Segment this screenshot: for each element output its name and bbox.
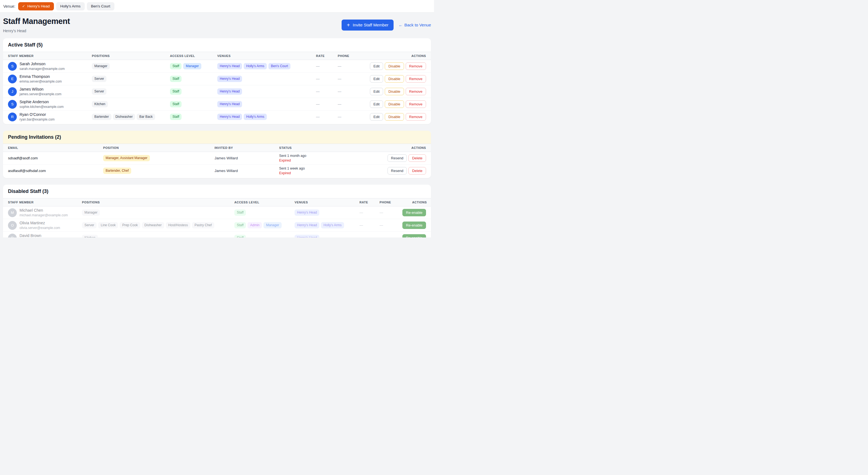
rate-value: —: [316, 115, 338, 119]
edit-button[interactable]: Edit: [370, 62, 383, 70]
position-chip: Server: [92, 76, 106, 82]
staff-member-text: David Browndavid.kitchen@example.com: [20, 233, 62, 237]
phone-value: —: [338, 102, 360, 106]
checkmark-icon: ✓: [22, 4, 25, 8]
actions-cell: EditDisableRemove: [360, 88, 426, 95]
position-chip: Kitchen: [92, 101, 108, 107]
column-header: ACTIONS: [379, 146, 426, 149]
position-chip: Host/Hostess: [166, 222, 190, 229]
staff-row: OOlivia Martinezolivia.server@example.co…: [3, 219, 431, 232]
access-level-chip-list: Staff: [170, 76, 217, 82]
active-staff-card: Active Staff (5) STAFF MEMBERPOSITIONSAC…: [3, 38, 431, 124]
phone-value: —: [379, 236, 390, 237]
venue-chip: Henry's Head: [217, 76, 242, 82]
venue-pill-holly-s-arms[interactable]: Holly's Arms: [56, 2, 85, 10]
position-chip-list: Kitchen: [82, 235, 234, 237]
staff-name: Emma Thompson: [20, 74, 62, 79]
staff-name: Sophie Anderson: [20, 100, 64, 104]
staff-email: olivia.server@example.com: [20, 226, 60, 230]
access-level-chip-list: Staff: [170, 114, 217, 120]
staff-member-cell: JJames Wilsonjames.server@example.com: [8, 87, 92, 96]
title-block: Staff Management Henry's Head: [3, 17, 70, 33]
resend-button[interactable]: Resend: [388, 154, 407, 162]
disabled-staff-table-body: MMichael Chenmichael.manager@example.com…: [3, 206, 431, 237]
staff-member-cell: MMichael Chenmichael.manager@example.com: [8, 208, 82, 217]
venue-chip: Henry's Head: [294, 222, 319, 229]
position-chip-list: BartenderDishwasherBar Back: [92, 114, 170, 120]
position-chip: Server: [92, 88, 106, 95]
re-enable-button[interactable]: Re-enable: [402, 221, 426, 229]
venue-chip: Henry's Head: [217, 101, 242, 107]
resend-button[interactable]: Resend: [388, 167, 407, 175]
re-enable-button[interactable]: Re-enable: [402, 234, 426, 237]
venue-pill-ben-s-court[interactable]: Ben's Court: [87, 2, 115, 10]
disable-button[interactable]: Disable: [385, 75, 404, 83]
remove-button[interactable]: Remove: [406, 100, 426, 108]
actions-cell: EditDisableRemove: [360, 75, 426, 83]
disable-button[interactable]: Disable: [385, 62, 404, 70]
disable-button[interactable]: Disable: [385, 100, 404, 108]
access-level-chip: Admin: [248, 222, 262, 229]
access-level-chip-list: StaffManager: [170, 63, 217, 69]
active-staff-title: Active Staff (5): [3, 38, 431, 52]
venue-chip-list: Henry's Head: [294, 209, 360, 216]
pending-invitations-table-body: sdsadf@asdf.comManager, Assistant Manage…: [3, 152, 431, 177]
remove-button[interactable]: Remove: [406, 62, 426, 70]
edit-button[interactable]: Edit: [370, 88, 383, 95]
delete-button[interactable]: Delete: [408, 154, 426, 162]
remove-button[interactable]: Remove: [406, 88, 426, 95]
disable-button[interactable]: Disable: [385, 113, 404, 121]
invited-by: James Willard: [215, 169, 279, 173]
actions-cell: Re-enable: [390, 209, 426, 216]
avatar: E: [8, 75, 17, 83]
avatar: M: [8, 208, 17, 217]
venue-chip: Henry's Head: [217, 63, 242, 69]
staff-member-text: James Wilsonjames.server@example.com: [20, 87, 61, 96]
staff-member-text: Sarah Johnsonsarah.manager@example.com: [20, 62, 65, 71]
status-sent-text: Sent 1 month ago: [279, 154, 379, 158]
remove-button[interactable]: Remove: [406, 75, 426, 83]
venue-pill-group: ✓Henry's HeadHolly's ArmsBen's Court: [18, 2, 115, 10]
edit-button[interactable]: Edit: [370, 100, 383, 108]
edit-button[interactable]: Edit: [370, 113, 383, 121]
staff-member-cell: DDavid Browndavid.kitchen@example.com: [8, 233, 82, 237]
actions-cell: ResendDelete: [379, 167, 426, 175]
actions-cell: Re-enable: [390, 234, 426, 237]
back-to-venue-link[interactable]: ← Back to Venue: [399, 23, 431, 27]
staff-email: sophie.kitchen@example.com: [20, 105, 64, 109]
venue-pill-label: Holly's Arms: [60, 4, 81, 8]
avatar: D: [8, 234, 17, 238]
rate-value: —: [316, 102, 338, 106]
table-header-row: STAFF MEMBERPOSITIONSACCESS LEVELVENUESR…: [3, 198, 431, 206]
edit-button[interactable]: Edit: [370, 75, 383, 83]
staff-row: RRyan O'Connorryan.bar@example.comBarten…: [3, 110, 431, 123]
venue-chip-list: Henry's Head: [217, 101, 316, 107]
column-header: RATE: [316, 54, 338, 58]
position-chip: Bartender: [92, 114, 112, 120]
invite-staff-member-button[interactable]: + Invite Staff Member: [342, 20, 394, 31]
access-level-chip: Staff: [170, 101, 182, 107]
disable-button[interactable]: Disable: [385, 88, 404, 95]
remove-button[interactable]: Remove: [406, 113, 426, 121]
active-staff-table-body: SSarah Johnsonsarah.manager@example.comM…: [3, 60, 431, 123]
venue-chip: Holly's Arms: [244, 63, 267, 69]
access-level-chip-list: Staff: [234, 209, 294, 216]
venue-pill-henry-s-head[interactable]: ✓Henry's Head: [18, 2, 54, 10]
pending-header-band: Pending Invitations (2): [3, 131, 431, 144]
position-chip: Dishwasher: [142, 222, 164, 229]
staff-member-text: Michael Chenmichael.manager@example.com: [20, 208, 68, 217]
access-level-chip-list: Staff: [170, 101, 217, 107]
staff-member-text: Emma Thompsonemma.server@example.com: [20, 74, 62, 83]
column-header: POSITIONS: [92, 54, 170, 58]
phone-value: —: [338, 77, 360, 81]
venue-label: Venue:: [3, 4, 16, 8]
invitation-row: sdsadf@asdf.comManager, Assistant Manage…: [3, 152, 431, 164]
page-title: Staff Management: [3, 17, 70, 26]
status-expired-badge: Expired: [279, 158, 379, 162]
re-enable-button[interactable]: Re-enable: [402, 209, 426, 216]
staff-member-cell: EEmma Thompsonemma.server@example.com: [8, 74, 92, 83]
delete-button[interactable]: Delete: [408, 167, 426, 175]
invitation-position-chip: Bartender, Chef: [103, 168, 131, 174]
rate-value: —: [360, 236, 379, 237]
page-header: Staff Management Henry's Head + Invite S…: [0, 13, 434, 38]
